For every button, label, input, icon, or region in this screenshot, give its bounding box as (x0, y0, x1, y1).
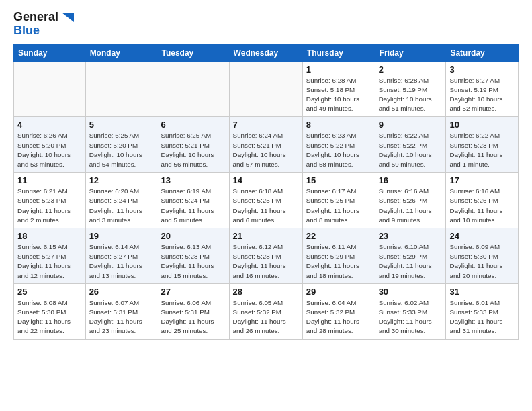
weekday-header-monday: Monday (85, 44, 157, 61)
day-number: 18 (17, 231, 82, 241)
calendar-cell: 16Sunrise: 6:16 AM Sunset: 5:26 PM Dayli… (375, 173, 446, 228)
day-number: 19 (89, 231, 154, 241)
logo: General Blue (13, 11, 74, 38)
day-info: Sunrise: 6:04 AM Sunset: 5:32 PM Dayligh… (306, 298, 371, 336)
weekday-header-row: SundayMondayTuesdayWednesdayThursdayFrid… (14, 44, 519, 61)
day-number: 6 (161, 120, 225, 130)
day-number: 29 (306, 287, 371, 297)
week-row-2: 4Sunrise: 6:26 AM Sunset: 5:20 PM Daylig… (14, 117, 519, 173)
day-number: 21 (233, 231, 299, 241)
day-number: 22 (306, 231, 371, 241)
day-number: 3 (449, 64, 515, 75)
day-info: Sunrise: 6:05 AM Sunset: 5:32 PM Dayligh… (233, 298, 299, 336)
day-info: Sunrise: 6:27 AM Sunset: 5:19 PM Dayligh… (449, 76, 515, 114)
calendar-cell: 1Sunrise: 6:28 AM Sunset: 5:18 PM Daylig… (302, 61, 375, 117)
header: General Blue (13, 11, 519, 38)
day-number: 25 (17, 287, 82, 297)
page: General Blue SundayMondayTuesdayWednesda… (0, 0, 532, 347)
calendar-table: SundayMondayTuesdayWednesdayThursdayFrid… (13, 44, 519, 340)
calendar-cell: 18Sunrise: 6:15 AM Sunset: 5:27 PM Dayli… (14, 228, 86, 284)
day-number: 8 (306, 120, 371, 130)
day-info: Sunrise: 6:28 AM Sunset: 5:19 PM Dayligh… (379, 76, 443, 114)
day-info: Sunrise: 6:06 AM Sunset: 5:31 PM Dayligh… (161, 298, 225, 336)
day-number: 11 (17, 175, 82, 185)
day-info: Sunrise: 6:21 AM Sunset: 5:23 PM Dayligh… (17, 187, 82, 225)
calendar-cell (14, 61, 86, 117)
day-number: 5 (89, 120, 154, 130)
calendar-cell: 8Sunrise: 6:23 AM Sunset: 5:22 PM Daylig… (302, 117, 375, 173)
week-row-4: 18Sunrise: 6:15 AM Sunset: 5:27 PM Dayli… (14, 228, 519, 284)
day-info: Sunrise: 6:25 AM Sunset: 5:20 PM Dayligh… (89, 131, 154, 169)
weekday-header-thursday: Thursday (302, 44, 375, 61)
day-info: Sunrise: 6:22 AM Sunset: 5:23 PM Dayligh… (449, 131, 515, 169)
calendar-cell: 19Sunrise: 6:14 AM Sunset: 5:27 PM Dayli… (85, 228, 157, 284)
weekday-header-friday: Friday (375, 44, 446, 61)
calendar-cell: 22Sunrise: 6:11 AM Sunset: 5:29 PM Dayli… (302, 228, 375, 284)
calendar-cell: 21Sunrise: 6:12 AM Sunset: 5:28 PM Dayli… (229, 228, 302, 284)
day-info: Sunrise: 6:01 AM Sunset: 5:33 PM Dayligh… (449, 298, 515, 336)
day-info: Sunrise: 6:15 AM Sunset: 5:27 PM Dayligh… (17, 242, 82, 281)
svg-marker-0 (62, 13, 74, 22)
calendar-cell (229, 61, 302, 117)
day-info: Sunrise: 6:18 AM Sunset: 5:25 PM Dayligh… (233, 187, 299, 225)
week-row-5: 25Sunrise: 6:08 AM Sunset: 5:30 PM Dayli… (14, 283, 519, 339)
weekday-header-sunday: Sunday (14, 44, 86, 61)
logo-text: General Blue (13, 11, 74, 38)
calendar-cell: 5Sunrise: 6:25 AM Sunset: 5:20 PM Daylig… (85, 117, 157, 173)
day-number: 13 (161, 175, 225, 185)
calendar-cell: 12Sunrise: 6:20 AM Sunset: 5:24 PM Dayli… (85, 173, 157, 228)
day-number: 26 (89, 287, 154, 297)
calendar-cell: 7Sunrise: 6:24 AM Sunset: 5:21 PM Daylig… (229, 117, 302, 173)
day-info: Sunrise: 6:08 AM Sunset: 5:30 PM Dayligh… (17, 298, 82, 336)
day-info: Sunrise: 6:25 AM Sunset: 5:21 PM Dayligh… (161, 131, 225, 169)
calendar-cell: 15Sunrise: 6:17 AM Sunset: 5:25 PM Dayli… (302, 173, 375, 228)
calendar-cell (157, 61, 229, 117)
calendar-cell (85, 61, 157, 117)
day-number: 16 (379, 175, 443, 185)
day-info: Sunrise: 6:28 AM Sunset: 5:18 PM Dayligh… (306, 76, 371, 114)
calendar-cell: 20Sunrise: 6:13 AM Sunset: 5:28 PM Dayli… (157, 228, 229, 284)
day-number: 20 (161, 231, 225, 241)
day-number: 24 (449, 231, 515, 241)
day-info: Sunrise: 6:07 AM Sunset: 5:31 PM Dayligh… (89, 298, 154, 336)
calendar-cell: 14Sunrise: 6:18 AM Sunset: 5:25 PM Dayli… (229, 173, 302, 228)
day-number: 14 (233, 175, 299, 185)
day-number: 2 (379, 64, 443, 75)
calendar-cell: 11Sunrise: 6:21 AM Sunset: 5:23 PM Dayli… (14, 173, 86, 228)
calendar-cell: 27Sunrise: 6:06 AM Sunset: 5:31 PM Dayli… (157, 283, 229, 339)
calendar-cell: 13Sunrise: 6:19 AM Sunset: 5:24 PM Dayli… (157, 173, 229, 228)
calendar-cell: 17Sunrise: 6:16 AM Sunset: 5:26 PM Dayli… (446, 173, 519, 228)
calendar-cell: 3Sunrise: 6:27 AM Sunset: 5:19 PM Daylig… (446, 61, 519, 117)
calendar-cell: 10Sunrise: 6:22 AM Sunset: 5:23 PM Dayli… (446, 117, 519, 173)
day-info: Sunrise: 6:09 AM Sunset: 5:30 PM Dayligh… (449, 242, 515, 281)
day-info: Sunrise: 6:02 AM Sunset: 5:33 PM Dayligh… (379, 298, 443, 336)
calendar-cell: 23Sunrise: 6:10 AM Sunset: 5:29 PM Dayli… (375, 228, 446, 284)
weekday-header-wednesday: Wednesday (229, 44, 302, 61)
day-info: Sunrise: 6:10 AM Sunset: 5:29 PM Dayligh… (379, 242, 443, 281)
calendar-cell: 2Sunrise: 6:28 AM Sunset: 5:19 PM Daylig… (375, 61, 446, 117)
calendar-cell: 28Sunrise: 6:05 AM Sunset: 5:32 PM Dayli… (229, 283, 302, 339)
day-number: 4 (17, 120, 82, 130)
calendar-cell: 30Sunrise: 6:02 AM Sunset: 5:33 PM Dayli… (375, 283, 446, 339)
day-info: Sunrise: 6:17 AM Sunset: 5:25 PM Dayligh… (306, 187, 371, 225)
day-info: Sunrise: 6:22 AM Sunset: 5:22 PM Dayligh… (379, 131, 443, 169)
day-number: 28 (233, 287, 299, 297)
day-number: 12 (89, 175, 154, 185)
day-number: 17 (449, 175, 515, 185)
weekday-header-tuesday: Tuesday (157, 44, 229, 61)
day-number: 31 (449, 287, 515, 297)
day-info: Sunrise: 6:26 AM Sunset: 5:20 PM Dayligh… (17, 131, 82, 169)
week-row-1: 1Sunrise: 6:28 AM Sunset: 5:18 PM Daylig… (14, 61, 519, 117)
calendar-cell: 6Sunrise: 6:25 AM Sunset: 5:21 PM Daylig… (157, 117, 229, 173)
day-number: 30 (379, 287, 443, 297)
day-info: Sunrise: 6:16 AM Sunset: 5:26 PM Dayligh… (449, 187, 515, 225)
calendar-cell: 25Sunrise: 6:08 AM Sunset: 5:30 PM Dayli… (14, 283, 86, 339)
day-number: 9 (379, 120, 443, 130)
day-info: Sunrise: 6:13 AM Sunset: 5:28 PM Dayligh… (161, 242, 225, 281)
calendar-cell: 9Sunrise: 6:22 AM Sunset: 5:22 PM Daylig… (375, 117, 446, 173)
calendar-cell: 31Sunrise: 6:01 AM Sunset: 5:33 PM Dayli… (446, 283, 519, 339)
day-info: Sunrise: 6:24 AM Sunset: 5:21 PM Dayligh… (233, 131, 299, 169)
weekday-header-saturday: Saturday (446, 44, 519, 61)
day-info: Sunrise: 6:23 AM Sunset: 5:22 PM Dayligh… (306, 131, 371, 169)
calendar-cell: 4Sunrise: 6:26 AM Sunset: 5:20 PM Daylig… (14, 117, 86, 173)
